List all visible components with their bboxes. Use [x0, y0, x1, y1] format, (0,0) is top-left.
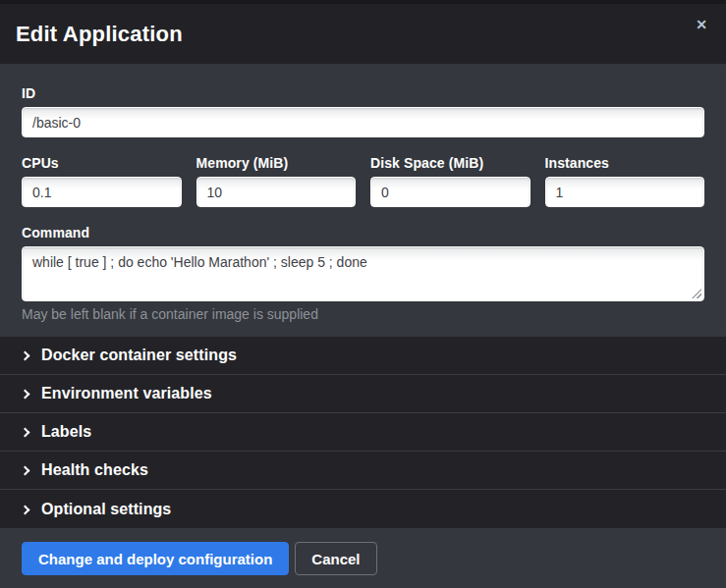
memory-field-group: Memory (MiB): [196, 155, 357, 207]
disk-field-group: Disk Space (MiB): [370, 155, 531, 207]
command-field-group: Command while [ true ] ; do echo 'Hello …: [22, 225, 704, 322]
modal-header: Edit Application ✕: [0, 4, 726, 64]
section-label: Optional settings: [41, 501, 171, 518]
command-label: Command: [22, 225, 704, 241]
modal-footer: Change and deploy configuration Cancel: [0, 528, 726, 588]
section-environment-variables[interactable]: Environment variables: [0, 375, 726, 413]
collapsible-sections: Docker container settings Environment va…: [0, 337, 726, 528]
chevron-right-icon: [21, 505, 30, 514]
command-textarea[interactable]: while [ true ] ; do echo 'Hello Marathon…: [22, 246, 704, 301]
id-field-group: ID: [22, 85, 704, 137]
disk-space-label: Disk Space (MiB): [370, 155, 531, 171]
chevron-right-icon: [21, 390, 30, 400]
section-optional-settings[interactable]: Optional settings: [0, 490, 726, 528]
section-label: Docker container settings: [41, 347, 237, 364]
chevron-right-icon: [21, 351, 30, 361]
cancel-button[interactable]: Cancel: [295, 542, 376, 575]
instances-field-group: Instances: [545, 155, 705, 207]
section-docker-container-settings[interactable]: Docker container settings: [0, 337, 726, 375]
section-health-checks[interactable]: Health checks: [0, 452, 726, 490]
id-label: ID: [22, 85, 704, 101]
cpus-field-group: CPUs: [22, 155, 182, 207]
section-labels[interactable]: Labels: [0, 413, 726, 452]
chevron-right-icon: [21, 428, 30, 438]
application-form: ID CPUs Memory (MiB) Disk Space (MiB) In…: [0, 64, 726, 337]
section-label: Environment variables: [41, 385, 212, 402]
change-and-deploy-button[interactable]: Change and deploy configuration: [22, 542, 289, 575]
edit-application-modal: Edit Application ✕ ID CPUs Memory (MiB) …: [0, 0, 726, 588]
command-textarea-wrap: while [ true ] ; do echo 'Hello Marathon…: [22, 246, 704, 301]
section-label: Labels: [41, 423, 91, 441]
chevron-right-icon: [21, 466, 30, 476]
memory-input[interactable]: [196, 177, 357, 207]
instances-input[interactable]: [545, 177, 705, 207]
cpus-label: CPUs: [22, 155, 182, 171]
section-label: Health checks: [41, 461, 148, 479]
disk-space-input[interactable]: [370, 177, 531, 207]
cpus-input[interactable]: [22, 177, 182, 207]
command-help-text: May be left blank if a container image i…: [22, 306, 704, 322]
close-icon[interactable]: ✕: [691, 14, 712, 35]
resources-row: CPUs Memory (MiB) Disk Space (MiB) Insta…: [22, 155, 704, 207]
modal-title: Edit Application: [16, 22, 183, 47]
instances-label: Instances: [545, 155, 705, 171]
memory-label: Memory (MiB): [196, 155, 357, 171]
id-input[interactable]: [22, 107, 704, 137]
